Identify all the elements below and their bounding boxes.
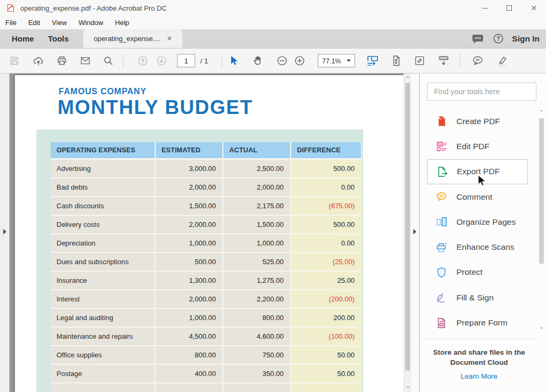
page-count-label: / 1 xyxy=(200,57,208,65)
tool-edit-pdf[interactable]: Edit PDF xyxy=(420,134,546,159)
estimated-cell: 2,000.00 xyxy=(156,178,222,196)
scrollbar-thumb[interactable] xyxy=(405,83,410,371)
email-button[interactable] xyxy=(79,55,91,66)
maximize-button[interactable] xyxy=(497,0,521,16)
collapse-right-panel-icon[interactable] xyxy=(413,229,416,234)
left-panel-strip xyxy=(0,74,10,392)
scroll-down-icon[interactable]: ⌄ xyxy=(404,383,412,389)
difference-cell: 0.00 xyxy=(291,178,361,196)
tool-enhance-scans[interactable]: Enhance Scans xyxy=(420,234,546,259)
menu-window[interactable]: Window xyxy=(78,19,103,27)
hand-tool-button[interactable] xyxy=(252,55,264,67)
full-screen-button[interactable] xyxy=(414,55,425,67)
table-row: Cash discounts 1,500.00 2,175.00 (675.00… xyxy=(51,197,362,215)
page-number-input[interactable] xyxy=(178,55,195,67)
select-tool-button[interactable] xyxy=(230,55,239,66)
zoom-out-button[interactable] xyxy=(276,55,288,67)
tool-label: Prepare Form xyxy=(456,318,508,328)
table-row: Advertising 3,000.00 2,500.00 500.00 xyxy=(51,160,362,177)
menu-edit[interactable]: Edit xyxy=(28,19,40,27)
minimize-button[interactable] xyxy=(472,0,497,16)
tab-close-icon[interactable]: ✕ xyxy=(167,35,172,42)
tool-comment[interactable]: Comment xyxy=(420,184,546,209)
sidebar-scroll-down-icon[interactable]: ⌄ xyxy=(538,324,545,330)
tool-label: Create PDF xyxy=(456,117,500,126)
toolbar-divider xyxy=(123,54,124,68)
sidebar-scroll-up-icon[interactable]: ⌃ xyxy=(538,109,545,115)
enhance-scans-icon xyxy=(435,240,448,254)
comment-tool-button[interactable] xyxy=(471,55,484,67)
sign-in-button[interactable]: Sign In xyxy=(512,34,540,44)
budget-company-name: FAMOUS COMPANY xyxy=(59,87,147,96)
promo-text-line1: Store and share files in the xyxy=(420,347,539,357)
table-row: Insurance 1,300.00 1,275.00 25.00 xyxy=(51,272,362,289)
menu-help[interactable]: Help xyxy=(115,19,130,27)
highlighter-tool-button[interactable] xyxy=(496,55,509,67)
sidebar-divider xyxy=(422,339,540,339)
fill-sign-pen-icon xyxy=(435,291,448,305)
tool-create-pdf[interactable]: Create PDF xyxy=(420,109,546,134)
tool-fill-sign[interactable]: Fill & Sign xyxy=(420,285,546,310)
menu-view[interactable]: View xyxy=(52,19,67,27)
notifications-icon[interactable] xyxy=(471,33,485,45)
estimated-cell: 1,000.00 xyxy=(156,309,222,326)
previous-page-button[interactable] xyxy=(137,55,149,67)
actual-cell: 2,000.00 xyxy=(223,178,290,196)
difference-cell: (25.00) xyxy=(291,253,361,271)
document-cloud-promo: Store and share files in the Document Cl… xyxy=(420,347,539,381)
actual-cell: 1,275.00 xyxy=(223,272,290,289)
edit-pdf-icon xyxy=(435,140,448,153)
column-header: ESTIMATED xyxy=(156,142,222,158)
actual-cell: 1,500.00 xyxy=(223,216,290,233)
hide-toolbar-button[interactable] xyxy=(437,55,450,67)
tools-search-input[interactable] xyxy=(428,83,536,100)
table-header-row: OPERATING EXPENSES ESTIMATED ACTUAL DIFF… xyxy=(51,142,362,158)
zoom-in-button[interactable] xyxy=(294,55,306,67)
tool-label: Protect xyxy=(456,267,483,277)
promo-text-line2: Document Cloud xyxy=(420,357,539,368)
svg-text:?: ? xyxy=(497,35,500,42)
estimated-cell: 500.00 xyxy=(156,253,222,271)
close-button[interactable]: ✕ xyxy=(521,0,546,16)
tool-organize-pages[interactable]: Organize Pages xyxy=(420,209,546,234)
scroll-up-icon[interactable]: ⌃ xyxy=(404,76,412,81)
tab-tools[interactable]: Tools xyxy=(43,29,74,48)
share-upload-button[interactable] xyxy=(32,55,45,67)
difference-cell: 500.00 xyxy=(291,216,361,233)
column-header: OPERATING EXPENSES xyxy=(51,142,155,158)
pdf-page: FAMOUS COMPANY MONTHLY BUDGET OPERATING … xyxy=(15,75,404,392)
tab-home[interactable]: Home xyxy=(6,29,39,48)
expand-left-panel-icon[interactable] xyxy=(3,229,6,234)
fit-width-button[interactable] xyxy=(366,54,379,67)
tools-search-box xyxy=(427,83,536,101)
tab-document[interactable]: operating_expense.... ✕ xyxy=(83,29,182,48)
expense-label-cell: Postage xyxy=(51,365,155,382)
estimated-cell xyxy=(156,383,222,392)
actual-cell: 1,000.00 xyxy=(223,234,290,252)
sidebar-scrollbar-thumb[interactable] xyxy=(539,118,544,264)
zoom-level-dropdown[interactable]: 77.1% xyxy=(318,54,355,68)
estimated-cell: 1,000.00 xyxy=(156,234,222,252)
difference-cell: (200.00) xyxy=(291,290,361,308)
learn-more-link[interactable]: Learn More xyxy=(461,372,497,380)
save-button[interactable] xyxy=(9,55,20,66)
actual-cell: 350.00 xyxy=(223,365,290,382)
maximize-icon xyxy=(507,5,512,11)
document-scrollbar[interactable]: ⌃ ⌄ xyxy=(404,74,411,392)
tool-label: Edit PDF xyxy=(456,142,489,151)
search-icon[interactable] xyxy=(103,55,114,67)
actual-cell: 750.00 xyxy=(223,346,290,364)
tool-prepare-form[interactable]: Prepare Form xyxy=(420,310,546,335)
fit-page-button[interactable] xyxy=(390,55,402,67)
next-page-button[interactable] xyxy=(156,55,167,67)
tool-protect[interactable]: Protect xyxy=(420,260,546,285)
table-row: Depreciation 1,000.00 1,000.00 0.00 xyxy=(51,234,362,252)
close-icon: ✕ xyxy=(531,4,537,12)
difference-cell: 500.00 xyxy=(291,160,361,177)
difference-cell: (675.00) xyxy=(291,197,361,215)
menu-file[interactable]: File xyxy=(5,19,17,27)
help-icon[interactable]: ? xyxy=(493,33,504,44)
print-button[interactable] xyxy=(57,55,68,67)
expense-label-cell: Cash discounts xyxy=(51,197,155,215)
tool-label: Fill & Sign xyxy=(456,293,494,303)
